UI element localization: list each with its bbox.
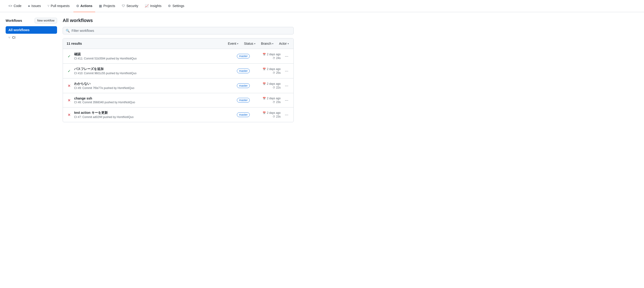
event-filter-label: Event (228, 42, 236, 46)
sidebar-title: Workflows (6, 19, 22, 23)
branch-badge[interactable]: master (237, 98, 250, 103)
table-row[interactable]: ✕ test action キーを更新 CI #7: Commit ad02f4… (63, 108, 294, 122)
results-table: 11 results Event ▾ Status ▾ Branch ▾ (63, 38, 294, 122)
nav-label-settings: Settings (172, 4, 184, 8)
workflow-time: 📅 2 days ago (262, 111, 280, 115)
security-icon: 🛡 (122, 4, 125, 8)
calendar-icon: 📅 (262, 68, 266, 71)
insights-icon: 📈 (145, 4, 149, 8)
status-icon: ✓ (67, 69, 71, 73)
time-label: 2 days ago (267, 82, 280, 86)
branch-badge[interactable]: master (237, 69, 250, 73)
more-options-button[interactable]: ··· (284, 111, 290, 118)
nav-label-security: Security (126, 4, 138, 8)
nav-item-actions[interactable]: ⊙ Actions (74, 0, 95, 12)
branch-chevron-icon: ▾ (272, 42, 273, 45)
branch-badge[interactable]: master (237, 54, 250, 59)
sidebar-item-ci[interactable]: ⑂ CI (6, 34, 57, 41)
workflow-name: パスフレーズを追加 (74, 67, 234, 71)
clock-icon: ⏱ (273, 86, 275, 89)
workflow-info: パスフレーズを追加 CI #10: Commit 9601c55 pushed … (74, 67, 234, 75)
status-filter-label: Status (244, 42, 253, 46)
branch-badge[interactable]: master (237, 83, 250, 88)
workflow-meta: 📅 2 days ago ⏱ 25s (252, 68, 280, 75)
search-icon: 🔍 (66, 29, 70, 33)
code-icon: <> (8, 4, 12, 8)
table-row[interactable]: ✓ パスフレーズを追加 CI #10: Commit 9601c55 pushe… (63, 64, 294, 78)
duration-label: 23s (276, 100, 280, 104)
more-options-button[interactable]: ··· (284, 82, 290, 89)
workflow-info: 確認 CI #11: Commit 51b3594 pushed by Hsmt… (74, 52, 234, 60)
table-row[interactable]: ✕ change ssh CI #8: Commit 3568340 pushe… (63, 93, 294, 108)
workflow-duration: ⏱ 22s (273, 86, 280, 89)
event-chevron-icon: ▾ (237, 42, 238, 45)
status-icon: ✕ (67, 113, 71, 117)
new-workflow-button[interactable]: New workflow (34, 18, 57, 24)
branch-filter-label: Branch (261, 42, 271, 46)
nav-label-actions: Actions (80, 4, 92, 8)
clock-icon: ⏱ (273, 57, 275, 60)
workflow-sub: CI #8: Commit 3568340 pushed by HsmtNoti… (74, 101, 234, 104)
search-input[interactable] (72, 29, 291, 33)
table-row[interactable]: ✓ 確認 CI #11: Commit 51b3594 pushed by Hs… (63, 49, 294, 64)
time-label: 2 days ago (267, 53, 280, 56)
main-layout: Workflows New workflow All workflows ⑂ C… (0, 12, 299, 128)
sidebar-nav: All workflows ⑂ CI (6, 26, 57, 41)
workflow-sub: CI #7: Commit ad02f4f pushed by HsmtNoti… (74, 115, 234, 119)
workflow-meta: 📅 2 days ago ⏱ 24s (252, 53, 280, 60)
workflow-sub: CI #10: Commit 9601c55 pushed by HsmtNot… (74, 72, 234, 75)
workflow-ci-icon: ⑂ (8, 36, 10, 39)
nav-label-code: Code (14, 4, 21, 8)
time-label: 2 days ago (267, 111, 280, 115)
content-area: All workflows 🔍 11 results Event ▾ Statu… (63, 18, 294, 122)
status-filter-button[interactable]: Status ▾ (243, 41, 256, 46)
more-options-button[interactable]: ··· (284, 68, 290, 75)
workflow-sub: CI #9: Commit 7f0e77e pushed by HsmtNoti… (74, 86, 234, 90)
workflow-duration: ⏱ 23s (273, 115, 280, 118)
workflow-name: test action キーを更新 (74, 111, 234, 115)
sidebar: Workflows New workflow All workflows ⑂ C… (6, 18, 57, 122)
sidebar-label-all-workflows: All workflows (8, 28, 30, 32)
clock-icon: ⏱ (273, 71, 275, 74)
nav-label-pull-requests: Pull requests (51, 4, 70, 8)
workflow-info: test action キーを更新 CI #7: Commit ad02f4f … (74, 111, 234, 119)
workflow-time: 📅 2 days ago (262, 53, 280, 56)
calendar-icon: 📅 (262, 53, 266, 56)
workflow-name: 確認 (74, 52, 234, 57)
status-icon: ✓ (67, 54, 71, 59)
nav-item-code[interactable]: <> Code (6, 0, 24, 12)
sidebar-header: Workflows New workflow (6, 18, 57, 24)
branch-badge[interactable]: master (237, 112, 250, 117)
more-options-button[interactable]: ··· (284, 53, 290, 60)
nav-item-settings[interactable]: ⚙ Settings (165, 0, 187, 12)
sidebar-item-all-workflows[interactable]: All workflows (6, 26, 57, 34)
workflow-duration: ⏱ 25s (273, 71, 280, 75)
table-row[interactable]: ✕ わからない CI #9: Commit 7f0e77e pushed by … (63, 78, 294, 93)
nav-item-projects[interactable]: ▦ Projects (96, 0, 118, 12)
status-icon: ✕ (67, 84, 71, 88)
duration-label: 22s (276, 86, 280, 89)
workflow-info: change ssh CI #8: Commit 3568340 pushed … (74, 97, 234, 104)
time-label: 2 days ago (267, 68, 280, 71)
calendar-icon: 📅 (262, 111, 266, 115)
filter-bar: 🔍 (63, 27, 294, 35)
workflow-duration: ⏱ 23s (273, 100, 280, 104)
actor-filter-button[interactable]: Actor ▾ (278, 41, 290, 46)
results-filters: Event ▾ Status ▾ Branch ▾ Actor ▾ (227, 41, 290, 46)
workflow-meta: 📅 2 days ago ⏱ 23s (252, 111, 280, 118)
nav-item-issues[interactable]: ● Issues (25, 0, 44, 12)
nav-item-pull-requests[interactable]: ⑂ Pull requests (45, 0, 72, 12)
workflow-meta: 📅 2 days ago ⏱ 22s (252, 82, 280, 89)
nav-label-projects: Projects (103, 4, 115, 8)
nav-label-insights: Insights (150, 4, 161, 8)
nav-item-insights[interactable]: 📈 Insights (142, 0, 164, 12)
nav-item-security[interactable]: 🛡 Security (119, 0, 141, 12)
more-options-button[interactable]: ··· (284, 97, 290, 104)
calendar-icon: 📅 (262, 97, 266, 100)
workflow-duration: ⏱ 24s (273, 57, 280, 60)
workflow-info: わからない CI #9: Commit 7f0e77e pushed by Hs… (74, 82, 234, 90)
actor-chevron-icon: ▾ (288, 42, 289, 45)
branch-filter-button[interactable]: Branch ▾ (260, 41, 274, 46)
event-filter-button[interactable]: Event ▾ (227, 41, 239, 46)
results-count: 11 results (67, 42, 227, 46)
